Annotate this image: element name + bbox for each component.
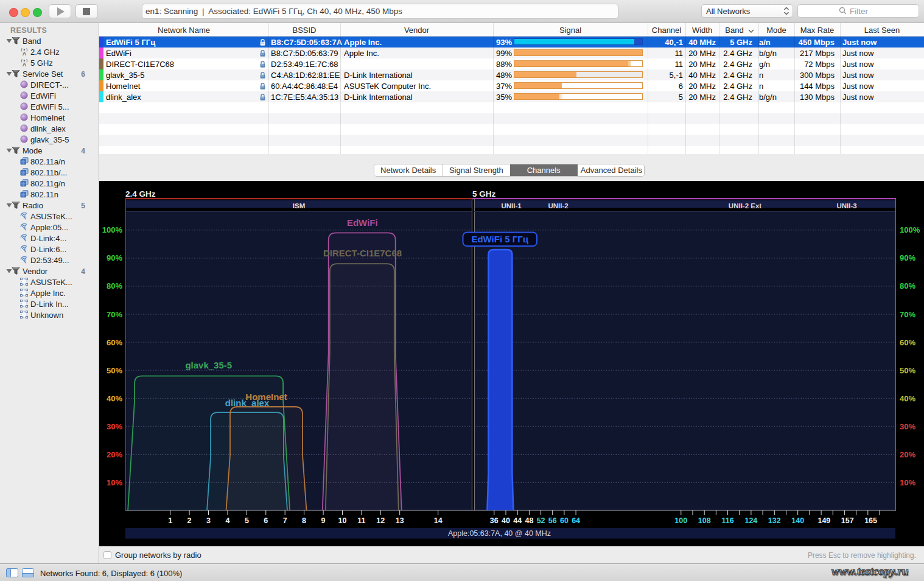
svg-text:10%: 10% (900, 478, 915, 487)
svg-text:ISM: ISM (293, 202, 305, 210)
svg-text:30%: 30% (107, 422, 122, 431)
svg-text:50%: 50% (900, 366, 915, 375)
svg-text:140: 140 (791, 516, 804, 525)
svg-text:40: 40 (502, 516, 510, 525)
svg-text:149: 149 (817, 516, 830, 525)
svg-text:108: 108 (698, 516, 711, 525)
svg-text:116: 116 (722, 516, 734, 525)
svg-text:52: 52 (537, 516, 545, 525)
svg-text:1: 1 (168, 516, 172, 525)
svg-text:DIRECT-CI1E7C68: DIRECT-CI1E7C68 (323, 248, 402, 258)
svg-text:11: 11 (357, 516, 365, 525)
svg-text:6: 6 (264, 516, 268, 525)
svg-text:100%: 100% (900, 225, 920, 234)
svg-text:4: 4 (226, 516, 230, 525)
svg-text:3: 3 (206, 516, 211, 525)
svg-text:70%: 70% (900, 310, 915, 319)
svg-text:UNII-1: UNII-1 (501, 202, 522, 210)
svg-text:90%: 90% (107, 253, 122, 262)
svg-text:64: 64 (572, 516, 580, 525)
svg-text:40%: 40% (900, 394, 915, 403)
svg-text:165: 165 (864, 516, 877, 525)
svg-text:100%: 100% (102, 225, 123, 234)
svg-text:UNII-3: UNII-3 (836, 202, 856, 210)
svg-text:8: 8 (302, 516, 306, 525)
svg-text:124: 124 (744, 516, 757, 525)
svg-text:44: 44 (513, 516, 522, 525)
svg-text:20%: 20% (107, 450, 122, 459)
svg-text:60: 60 (560, 516, 569, 525)
svg-text:A: A (23, 62, 27, 67)
svg-text:glavk_35-5: glavk_35-5 (185, 360, 232, 370)
svg-text:80%: 80% (900, 281, 915, 290)
svg-text:7: 7 (283, 516, 287, 525)
svg-text:UNII-2 Ext: UNII-2 Ext (729, 202, 761, 210)
svg-text:60%: 60% (107, 338, 122, 347)
svg-text:48: 48 (525, 516, 533, 525)
svg-text:90%: 90% (900, 253, 915, 262)
svg-text:Apple:05:63:7A, 40 @ 40 MHz: Apple:05:63:7A, 40 @ 40 MHz (448, 529, 551, 538)
svg-text:157: 157 (841, 516, 854, 525)
svg-text:A: A (23, 51, 27, 56)
svg-text:36: 36 (490, 516, 499, 525)
svg-text:100: 100 (674, 516, 687, 525)
svg-text:EdWiFi: EdWiFi (347, 217, 378, 228)
svg-text:10: 10 (338, 516, 347, 525)
svg-text:20%: 20% (900, 450, 915, 459)
svg-text:30%: 30% (900, 422, 915, 431)
svg-text:50%: 50% (107, 366, 122, 375)
svg-text:10%: 10% (107, 478, 122, 487)
svg-text:2.4 GHz: 2.4 GHz (125, 189, 156, 199)
svg-text:14: 14 (434, 516, 443, 525)
svg-text:56: 56 (548, 516, 557, 525)
svg-text:2: 2 (187, 516, 192, 525)
svg-text:13: 13 (396, 516, 404, 525)
svg-text:5 GHz: 5 GHz (472, 189, 496, 199)
svg-text:UNII-2: UNII-2 (548, 202, 568, 210)
svg-text:12: 12 (376, 516, 385, 525)
svg-text:HomeInet: HomeInet (245, 392, 287, 402)
svg-text:EdWiFi 5 ГГц: EdWiFi 5 ГГц (471, 234, 528, 244)
svg-text:9: 9 (321, 516, 326, 525)
svg-text:80%: 80% (107, 281, 122, 290)
svg-text:5: 5 (245, 516, 249, 525)
svg-text:40%: 40% (107, 394, 122, 403)
svg-text:60%: 60% (900, 338, 915, 347)
svg-text:70%: 70% (107, 310, 122, 319)
svg-text:132: 132 (768, 516, 781, 525)
